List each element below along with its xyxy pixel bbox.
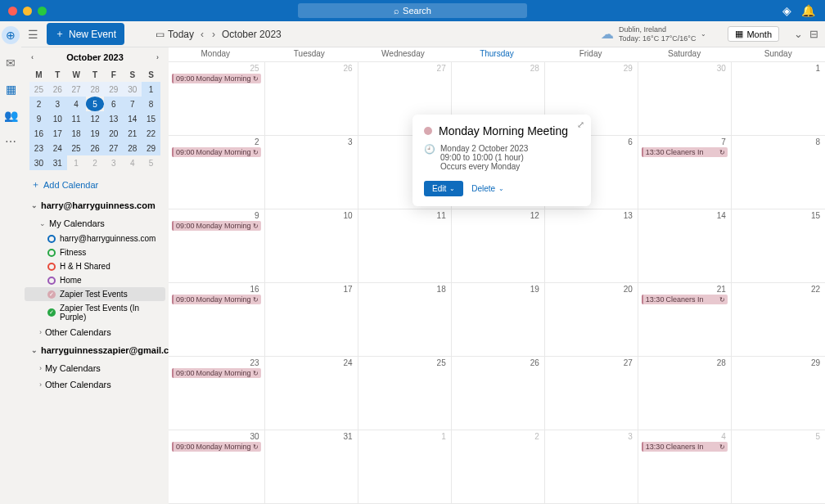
mini-cal-day[interactable]: 12 (86, 111, 105, 126)
mini-cal-day[interactable]: 7 (123, 97, 142, 111)
day-cell[interactable]: 2113:30 Cleaners In↻ (638, 283, 732, 356)
premium-icon[interactable]: ◈ (782, 4, 791, 17)
mini-cal-day[interactable]: 3 (48, 97, 67, 111)
day-cell[interactable]: 24 (265, 357, 358, 430)
day-cell[interactable]: 17 (265, 283, 358, 356)
mini-cal-day[interactable]: 5 (142, 155, 160, 170)
day-cell[interactable]: 209:00 Monday Morning↻ (169, 136, 265, 209)
day-cell[interactable]: 11 (358, 209, 452, 282)
mini-cal-day[interactable]: 25 (67, 141, 86, 155)
mini-cal-day[interactable]: 25 (29, 82, 48, 97)
mini-cal-day[interactable]: 6 (104, 97, 123, 111)
mini-next-month[interactable]: › (156, 53, 159, 61)
mini-cal-day[interactable]: 21 (123, 126, 142, 141)
mini-cal-day[interactable]: 30 (123, 82, 142, 97)
mini-cal-day[interactable]: 14 (123, 111, 142, 126)
day-cell[interactable]: 14 (638, 209, 732, 282)
calendar-event[interactable]: 09:00 Monday Morning↻ (172, 368, 261, 378)
mini-cal-day[interactable]: 5 (86, 97, 105, 111)
day-cell[interactable]: 3 (545, 430, 638, 503)
prev-month-button[interactable]: ‹ (199, 29, 205, 40)
search-input[interactable]: ⌕ Search (298, 3, 527, 18)
mini-cal-day[interactable]: 10 (48, 111, 67, 126)
mini-cal-day[interactable]: 19 (86, 126, 105, 141)
day-cell[interactable]: 1609:00 Monday Morning↻ (169, 283, 265, 356)
new-event-button[interactable]: ＋ New Event (47, 23, 124, 45)
mini-cal-day[interactable]: 22 (142, 126, 160, 141)
mini-cal-day[interactable]: 30 (29, 155, 48, 170)
calendar-event[interactable]: 09:00 Monday Morning↻ (172, 442, 261, 452)
mini-cal-day[interactable]: 2 (29, 97, 48, 111)
delete-button[interactable]: Delete ⌄ (471, 184, 504, 193)
calendar-group[interactable]: ⌄My Calendars (25, 215, 165, 232)
mini-cal-day[interactable]: 4 (123, 155, 142, 170)
mini-cal-day[interactable]: 26 (86, 141, 105, 155)
day-cell[interactable]: 22 (732, 283, 825, 356)
menu-icon[interactable]: ☰ (28, 28, 38, 41)
close-window[interactable] (8, 7, 17, 16)
calendar-event[interactable]: 09:00 Monday Morning↻ (172, 221, 261, 231)
mini-cal-day[interactable]: 16 (29, 126, 48, 141)
day-cell[interactable]: 27 (545, 357, 638, 430)
day-cell[interactable]: 413:30 Cleaners In↻ (638, 430, 732, 503)
account-header[interactable]: ⌄harry@harryguinness.com (25, 196, 165, 215)
mini-cal-day[interactable]: 29 (142, 141, 160, 155)
day-cell[interactable]: 12 (452, 209, 545, 282)
mini-cal-day[interactable]: 11 (67, 111, 86, 126)
day-cell[interactable]: 18 (358, 283, 452, 356)
expand-icon[interactable]: ⤢ (577, 119, 584, 130)
mini-cal-day[interactable]: 28 (123, 141, 142, 155)
notifications-icon[interactable]: 🔔 (801, 4, 815, 17)
day-cell[interactable]: 31 (265, 430, 358, 503)
rail-mail-icon[interactable]: ✉ (3, 56, 18, 70)
mini-prev-month[interactable]: ‹ (31, 53, 34, 61)
calendar-item[interactable]: H & H Shared (25, 259, 165, 273)
calendar-event[interactable]: 13:30 Cleaners In↻ (642, 442, 728, 452)
today-button[interactable]: ▭ Today (156, 29, 194, 40)
calendar-group[interactable]: ›Other Calendars (25, 376, 165, 393)
calendar-group[interactable]: ›My Calendars (25, 360, 165, 376)
calendar-event[interactable]: 13:30 Cleaners In↻ (642, 147, 728, 157)
day-cell[interactable]: 909:00 Monday Morning↻ (169, 209, 265, 282)
mini-cal-day[interactable]: 26 (48, 82, 67, 97)
rail-calendar-icon[interactable]: ▦ (3, 82, 18, 97)
day-cell[interactable]: 2309:00 Monday Morning↻ (169, 357, 265, 430)
mini-cal-day[interactable]: 23 (29, 141, 48, 155)
day-cell[interactable]: 26 (265, 62, 358, 135)
mini-cal-day[interactable]: 9 (29, 111, 48, 126)
view-selector[interactable]: ▦ Month (728, 26, 779, 42)
mini-cal-day[interactable]: 27 (67, 82, 86, 97)
mini-cal-day[interactable]: 28 (86, 82, 105, 97)
filter-icon[interactable]: ⊟ (809, 28, 818, 40)
rail-more-icon[interactable]: ⋯ (3, 134, 18, 149)
day-cell[interactable]: 29 (732, 357, 825, 430)
calendar-event[interactable]: 09:00 Monday Morning↻ (172, 147, 261, 157)
day-cell[interactable]: 2 (452, 430, 545, 503)
day-cell[interactable]: 20 (545, 283, 638, 356)
rail-home-icon[interactable]: ⊕ (2, 26, 20, 44)
mini-cal-day[interactable]: 8 (142, 97, 160, 111)
account-header[interactable]: ⌄harryguinnesszapier@gmail.com (25, 340, 165, 360)
mini-cal-day[interactable]: 15 (142, 111, 160, 126)
mini-cal-day[interactable]: 1 (142, 82, 160, 97)
day-cell[interactable]: 8 (732, 136, 825, 209)
mini-cal-day[interactable]: 31 (48, 155, 67, 170)
weather-widget[interactable]: ☁ Dublin, Ireland Today: 16°C 17°C/16°C … (601, 25, 706, 43)
chevron-down-icon[interactable]: ⌄ (794, 28, 803, 40)
calendar-event[interactable]: 09:00 Monday Morning↻ (172, 74, 261, 83)
day-cell[interactable]: 3 (265, 136, 358, 209)
edit-button[interactable]: Edit ⌄ (424, 181, 463, 196)
mini-cal-day[interactable]: 24 (48, 141, 67, 155)
mini-cal-day[interactable]: 3 (104, 155, 123, 170)
day-cell[interactable]: 1 (732, 62, 825, 135)
day-cell[interactable]: 3009:00 Monday Morning↻ (169, 430, 265, 503)
mini-cal-day[interactable]: 20 (104, 126, 123, 141)
mini-cal-day[interactable]: 27 (104, 141, 123, 155)
mini-cal-day[interactable]: 4 (67, 97, 86, 111)
day-cell[interactable]: 26 (452, 357, 545, 430)
day-cell[interactable]: 713:30 Cleaners In↻ (638, 136, 732, 209)
day-cell[interactable]: 5 (732, 430, 825, 503)
calendar-group[interactable]: ›Other Calendars (25, 324, 165, 340)
add-calendar-link[interactable]: ＋ Add Calendar (31, 178, 159, 191)
calendar-item[interactable]: ✓Zapier Test Events (25, 287, 165, 301)
